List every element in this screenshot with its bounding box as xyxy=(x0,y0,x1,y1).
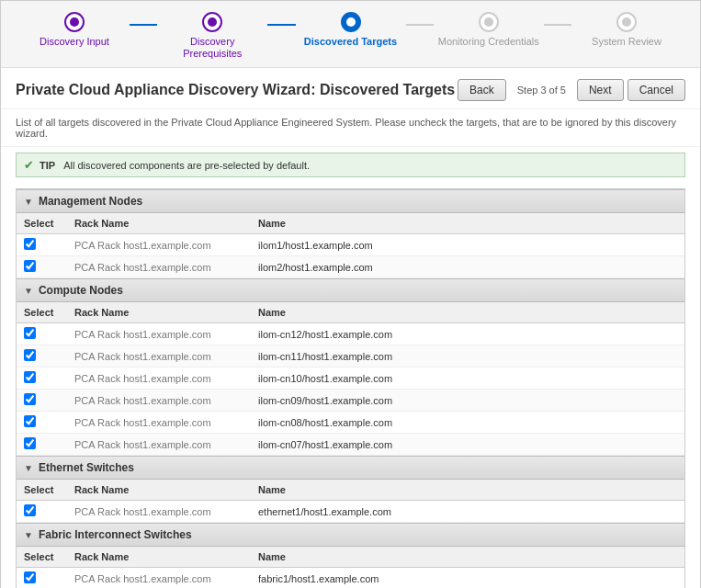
step-discovery-prerequisites: DiscoveryPrerequisites xyxy=(157,12,267,60)
checkbox-compute-nodes-2[interactable] xyxy=(24,371,36,383)
col-header-fabric-interconnect-switches-select: Select xyxy=(17,547,67,568)
stepper: Discovery Input DiscoveryPrerequisites D… xyxy=(1,1,700,68)
table-ethernet-switches: SelectRack NameNamePCA Rack host1.exampl… xyxy=(17,480,684,523)
scroll-area[interactable]: ▼Management NodesSelectRack NameNamePCA … xyxy=(16,188,685,588)
step-circle-2 xyxy=(202,12,222,32)
section-arrow-ethernet-switches: ▼ xyxy=(24,463,33,473)
table-management-nodes: SelectRack NameNamePCA Rack host1.exampl… xyxy=(17,213,684,278)
table-compute-nodes: SelectRack NameNamePCA Rack host1.exampl… xyxy=(17,302,684,456)
target-name-compute-nodes-0: ilom-cn12/host1.example.com xyxy=(251,323,684,345)
checkbox-compute-nodes-1[interactable] xyxy=(24,349,36,361)
section-label-ethernet-switches: Ethernet Switches xyxy=(39,461,134,474)
checkbox-management-nodes-0[interactable] xyxy=(24,238,36,250)
table-row: PCA Rack host1.example.comilom-cn08/host… xyxy=(17,412,684,434)
step-system-review: System Review xyxy=(571,12,682,48)
target-name-management-nodes-1: ilom2/host1.example.com xyxy=(251,256,684,278)
rack-name-ethernet-switches-0: PCA Rack host1.example.com xyxy=(67,501,251,523)
section-arrow-management-nodes: ▼ xyxy=(24,197,33,207)
target-name-ethernet-switches-0: ethernet1/host1.example.com xyxy=(251,501,684,523)
rack-name-management-nodes-1: PCA Rack host1.example.com xyxy=(67,256,251,278)
connector-3 xyxy=(406,24,434,26)
col-header-ethernet-switches-select: Select xyxy=(17,480,67,501)
section-label-fabric-interconnect-switches: Fabric Interconnect Switches xyxy=(39,528,192,541)
target-name-compute-nodes-4: ilom-cn08/host1.example.com xyxy=(251,412,684,434)
tip-icon: ✔ xyxy=(24,158,34,172)
checkbox-compute-nodes-5[interactable] xyxy=(24,437,36,449)
table-row: PCA Rack host1.example.comilom2/host1.ex… xyxy=(17,256,684,278)
col-header-fabric-interconnect-switches-name: Name xyxy=(251,547,684,568)
checkbox-compute-nodes-0[interactable] xyxy=(24,327,36,339)
section-header-fabric-interconnect-switches[interactable]: ▼Fabric Interconnect Switches xyxy=(17,523,684,547)
step-label-1: Discovery Input xyxy=(40,36,109,48)
col-header-ethernet-switches-rack-name: Rack Name xyxy=(67,480,251,501)
step-circle-3 xyxy=(341,12,361,32)
col-header-fabric-interconnect-switches-rack-name: Rack Name xyxy=(67,547,251,568)
wizard-description: List of all targets discovered in the Pr… xyxy=(1,109,700,147)
table-row: PCA Rack host1.example.comilom-cn07/host… xyxy=(17,434,684,456)
step-info: Step 3 of 5 xyxy=(510,83,573,97)
target-name-compute-nodes-5: ilom-cn07/host1.example.com xyxy=(251,434,684,456)
section-header-ethernet-switches[interactable]: ▼Ethernet Switches xyxy=(17,456,684,480)
rack-name-compute-nodes-0: PCA Rack host1.example.com xyxy=(67,323,251,345)
section-arrow-compute-nodes: ▼ xyxy=(24,286,33,296)
section-label-compute-nodes: Compute Nodes xyxy=(39,284,123,297)
checkbox-management-nodes-1[interactable] xyxy=(24,260,36,272)
table-fabric-interconnect-switches: SelectRack NameNamePCA Rack host1.exampl… xyxy=(17,547,684,588)
target-name-management-nodes-0: ilom1/host1.example.com xyxy=(251,234,684,256)
checkbox-fabric-interconnect-switches-0[interactable] xyxy=(24,571,36,583)
connector-2 xyxy=(267,24,295,26)
back-button[interactable]: Back xyxy=(458,79,506,101)
step-circle-5 xyxy=(616,12,637,32)
wizard-container: Discovery Input DiscoveryPrerequisites D… xyxy=(0,0,701,588)
tip-bar: ✔ TIP All discovered components are pre-… xyxy=(16,153,685,177)
target-name-fabric-interconnect-switches-0: fabric1/host1.example.com xyxy=(251,568,684,588)
table-row: PCA Rack host1.example.comilom-cn11/host… xyxy=(17,345,684,368)
rack-name-compute-nodes-1: PCA Rack host1.example.com xyxy=(67,345,251,368)
col-header-compute-nodes-select: Select xyxy=(17,302,67,323)
step-label-3: Discovered Targets xyxy=(304,36,397,48)
tip-text: All discovered components are pre-select… xyxy=(63,160,310,171)
col-header-compute-nodes-rack-name: Rack Name xyxy=(67,302,251,323)
rack-name-compute-nodes-5: PCA Rack host1.example.com xyxy=(67,434,251,456)
section-header-compute-nodes[interactable]: ▼Compute Nodes xyxy=(17,278,684,302)
table-row: PCA Rack host1.example.comilom1/host1.ex… xyxy=(17,234,684,256)
connector-4 xyxy=(544,24,571,26)
target-name-compute-nodes-3: ilom-cn09/host1.example.com xyxy=(251,390,684,412)
step-monitoring-credentials: Monitoring Credentials xyxy=(434,12,544,48)
wizard-content: ▼Management NodesSelectRack NameNamePCA … xyxy=(1,183,700,588)
step-label-4: Monitoring Credentials xyxy=(438,36,539,48)
step-circle-4 xyxy=(479,12,499,32)
table-row: PCA Rack host1.example.comilom-cn12/host… xyxy=(17,323,684,345)
col-header-compute-nodes-name: Name xyxy=(251,302,684,323)
col-header-management-nodes-rack-name: Rack Name xyxy=(67,213,251,234)
step-circle-1 xyxy=(64,12,85,32)
section-arrow-fabric-interconnect-switches: ▼ xyxy=(24,530,33,540)
next-button[interactable]: Next xyxy=(577,79,624,101)
checkbox-compute-nodes-3[interactable] xyxy=(24,393,36,405)
page-title: Private Cloud Appliance Discovery Wizard… xyxy=(16,82,455,98)
rack-name-compute-nodes-4: PCA Rack host1.example.com xyxy=(67,412,251,434)
rack-name-fabric-interconnect-switches-0: PCA Rack host1.example.com xyxy=(67,568,251,588)
table-row: PCA Rack host1.example.comilom-cn09/host… xyxy=(17,390,684,412)
table-row: PCA Rack host1.example.comethernet1/host… xyxy=(17,501,684,523)
table-row: PCA Rack host1.example.comilom-cn10/host… xyxy=(17,368,684,390)
checkbox-compute-nodes-4[interactable] xyxy=(24,415,36,427)
checkbox-ethernet-switches-0[interactable] xyxy=(24,504,36,516)
step-discovered-targets: Discovered Targets xyxy=(296,12,406,48)
table-row: PCA Rack host1.example.comfabric1/host1.… xyxy=(17,568,684,588)
col-header-management-nodes-name: Name xyxy=(251,213,684,234)
step-label-5: System Review xyxy=(592,36,661,48)
col-header-ethernet-switches-name: Name xyxy=(251,480,684,501)
step-discovery-input: Discovery Input xyxy=(19,12,130,48)
step-label-2: DiscoveryPrerequisites xyxy=(183,36,242,60)
wizard-buttons: Back Step 3 of 5 Next Cancel xyxy=(458,79,685,101)
target-name-compute-nodes-2: ilom-cn10/host1.example.com xyxy=(251,368,684,390)
rack-name-compute-nodes-3: PCA Rack host1.example.com xyxy=(67,390,251,412)
section-header-management-nodes[interactable]: ▼Management Nodes xyxy=(17,189,684,213)
connector-1 xyxy=(130,24,157,26)
section-label-management-nodes: Management Nodes xyxy=(39,195,142,208)
cancel-button[interactable]: Cancel xyxy=(628,79,685,101)
rack-name-management-nodes-0: PCA Rack host1.example.com xyxy=(67,234,251,256)
target-name-compute-nodes-1: ilom-cn11/host1.example.com xyxy=(251,345,684,368)
rack-name-compute-nodes-2: PCA Rack host1.example.com xyxy=(67,368,251,390)
